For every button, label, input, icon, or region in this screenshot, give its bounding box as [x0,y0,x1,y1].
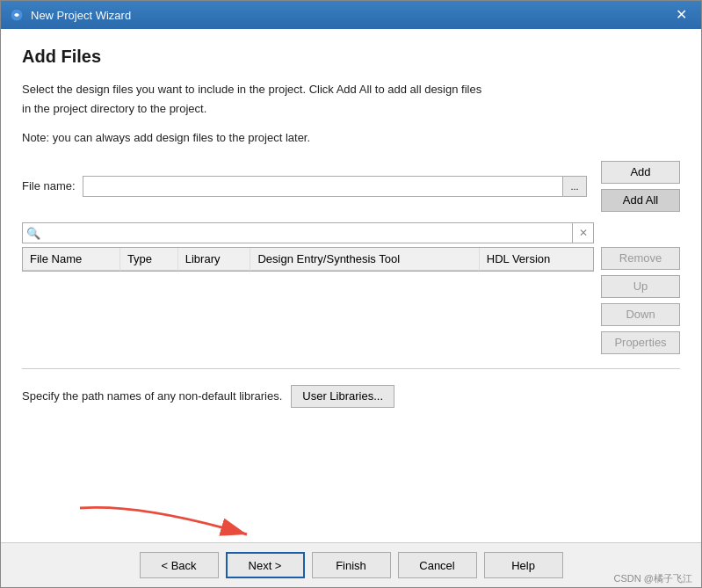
watermark: CSDN @橘子飞江 [614,572,692,585]
col-type: Type [119,248,177,271]
cancel-button[interactable]: Cancel [398,552,477,578]
col-design-entry: Design Entry/Synthesis Tool [250,248,479,271]
search-clear-button[interactable]: ✕ [573,222,594,243]
browse-button[interactable]: ... [562,176,587,197]
search-and-side: 🔍 ✕ File Name Type Library Design [22,222,680,354]
wizard-icon [10,8,24,22]
window-title: New Project Wizard [31,9,131,22]
file-table: File Name Type Library Design Entry/Synt… [23,248,593,271]
remove-button[interactable]: Remove [601,247,680,270]
file-name-row: File name: ... Add Add All [22,161,680,212]
table-header-row: File Name Type Library Design Entry/Synt… [23,248,593,271]
search-row: 🔍 ✕ [22,222,594,243]
back-button[interactable]: < Back [140,552,219,578]
properties-button[interactable]: Properties [601,331,680,354]
help-button[interactable]: Help [484,552,563,578]
title-bar: New Project Wizard ✕ [1,1,701,29]
search-input[interactable] [22,222,573,243]
add-all-button[interactable]: Add All [601,189,680,212]
page-title: Add Files [22,47,680,67]
col-filename: File Name [23,248,119,271]
file-input-wrapper: ... [83,176,587,197]
libraries-row: Specify the path names of any non-defaul… [22,385,680,408]
down-button[interactable]: Down [601,303,680,326]
divider [22,368,680,369]
bottom-bar: < Back Next > Finish Cancel Help CSDN @橘… [1,542,701,587]
file-name-input[interactable] [83,176,562,197]
action-buttons: Remove Up Down Properties [601,247,680,354]
search-wrapper: 🔍 [22,222,573,243]
close-button[interactable]: ✕ [670,6,692,24]
user-libraries-button[interactable]: User Libraries... [291,385,394,408]
description-line2: in the project directory to the project. [22,100,680,118]
note-text: Note: you can always add design files to… [22,129,680,147]
up-button[interactable]: Up [601,275,680,298]
finish-button[interactable]: Finish [312,552,391,578]
file-name-label: File name: [22,179,76,192]
add-button[interactable]: Add [601,161,680,184]
next-button[interactable]: Next > [226,552,305,578]
page-content: Add Files Select the design files you wa… [1,29,701,542]
description-line1: Select the design files you want to incl… [22,81,680,98]
libraries-label: Specify the path names of any non-defaul… [22,389,282,403]
title-bar-left: New Project Wizard [10,8,131,22]
search-and-table: 🔍 ✕ File Name Type Library Design [22,222,594,272]
col-library: Library [177,248,250,271]
wizard-window: New Project Wizard ✕ Add Files Select th… [0,0,702,588]
file-table-wrapper: File Name Type Library Design Entry/Synt… [22,247,594,272]
col-hdl-version: HDL Version [479,248,593,271]
add-buttons: Add Add All [601,161,680,212]
